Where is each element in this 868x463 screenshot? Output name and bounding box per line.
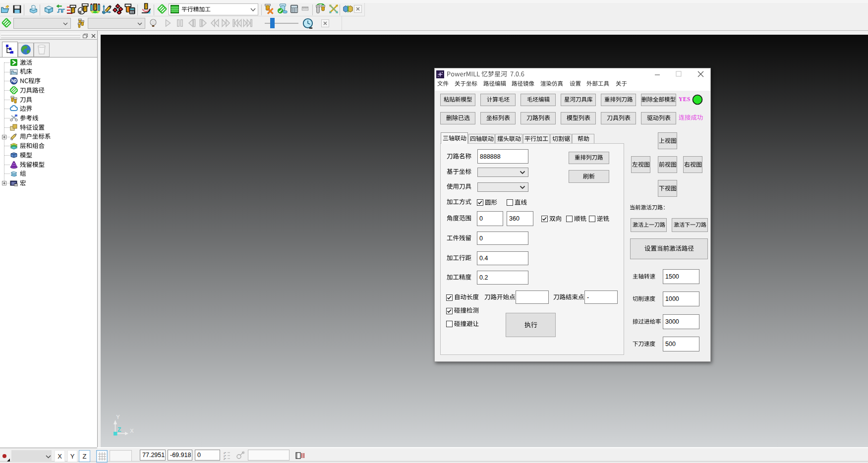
svg-text:X: X (130, 428, 134, 434)
svg-text:Z: Z (117, 426, 121, 433)
svg-text:Y: Y (116, 414, 120, 420)
